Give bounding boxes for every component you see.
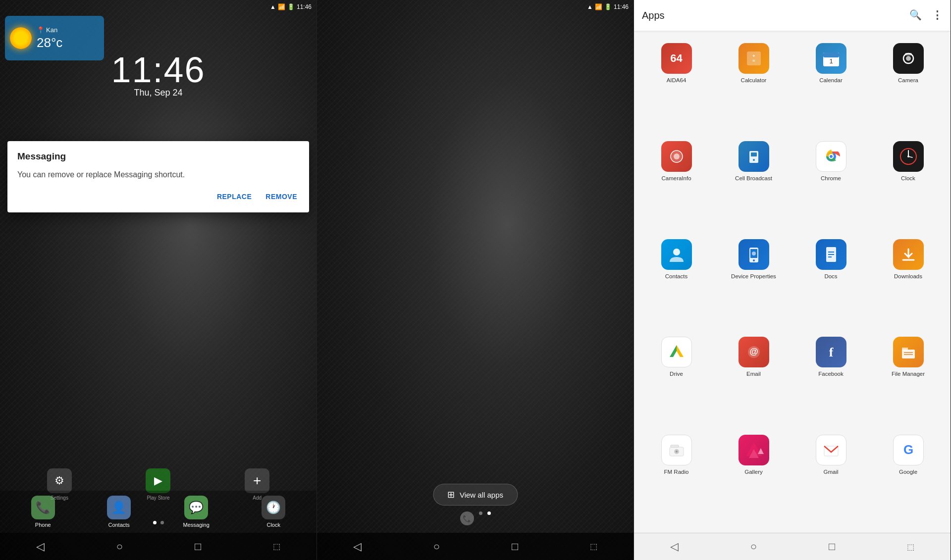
home-btn-s1[interactable]: ○ [112, 536, 127, 557]
status-bar-s2: ▲ 📶 🔋 11:46 [317, 0, 634, 14]
app-label-docs: Docs [824, 273, 837, 280]
recents-btn-s2[interactable]: □ [508, 536, 522, 557]
back-btn-s3[interactable]: ◁ [666, 536, 683, 557]
app-label-google: Google [899, 468, 917, 476]
svg-rect-12 [751, 153, 757, 156]
more-icon[interactable]: ⋮ [932, 9, 943, 22]
app-icon-deviceprops [739, 239, 769, 270]
app-icon-fmradio [661, 435, 692, 465]
search-icon[interactable]: 🔍 [909, 9, 922, 22]
app-icon-calendar: 1 [816, 43, 846, 74]
app-gmail[interactable]: Gmail [793, 430, 868, 525]
app-icon-camera [893, 43, 924, 74]
svg-point-17 [830, 155, 833, 158]
app-label-deviceprops: Device Properties [731, 273, 776, 280]
replace-button[interactable]: REPLACE [215, 190, 254, 204]
app-label-cellbroadcast: Cell Broadcast [735, 175, 772, 182]
app-label-drive: Drive [670, 370, 683, 378]
app-icon-cellbroadcast [739, 141, 769, 172]
svg-text:@: @ [749, 347, 758, 356]
status-icons-s1: ▲ 📶 🔋 11:46 [270, 3, 312, 10]
svg-point-7 [906, 56, 911, 61]
back-btn-s1[interactable]: ◁ [32, 536, 49, 557]
app-facebook[interactable]: f Facebook [793, 332, 868, 427]
menu-btn-s1[interactable]: ⬚ [269, 538, 284, 555]
location-pin-icon: 📍 [37, 26, 45, 34]
svg-text:+: + [752, 53, 755, 58]
svg-point-45 [676, 451, 678, 453]
app-icon-chrome [816, 141, 846, 172]
settings-icon: ⚙ [47, 468, 72, 493]
app-camera[interactable]: Camera [871, 38, 946, 134]
app-filemanager[interactable]: File Manager [871, 332, 946, 427]
menu-btn-s3[interactable]: ⬚ [903, 538, 918, 556]
app-label-gallery: Gallery [744, 468, 762, 476]
home-btn-s3[interactable]: ○ [746, 536, 761, 557]
app-icon-camerainfo [661, 141, 692, 172]
screen3: ▲ 📶 🔋 11:46 Apps 🔍 ⋮ 64 AIDA64 += Calcul… [634, 0, 951, 560]
recents-btn-s1[interactable]: □ [191, 536, 205, 557]
dialog-message: You can remove or replace Messaging shor… [17, 169, 299, 181]
menu-btn-s2[interactable]: ⬚ [586, 538, 601, 555]
time-s2: 11:46 [614, 3, 629, 10]
clock-date: Thu, Sep 24 [0, 88, 317, 98]
signal-icon: 📶 [278, 3, 285, 10]
app-downloads[interactable]: Downloads [871, 234, 946, 330]
home-btn-s2[interactable]: ○ [429, 536, 444, 557]
app-icon-downloads [893, 239, 924, 270]
header-icons: 🔍 ⋮ [909, 9, 943, 22]
weather-widget[interactable]: 📍 Kan 28°c [5, 16, 104, 60]
app-aida64[interactable]: 64 AIDA64 [639, 38, 714, 134]
app-drive[interactable]: Drive [639, 332, 714, 427]
dock-messaging-icon: 💬 [184, 496, 208, 519]
app-email[interactable]: @ Email [716, 332, 791, 427]
svg-text:=: = [752, 58, 755, 63]
app-icon-gmail [816, 435, 846, 465]
app-contacts[interactable]: Contacts [639, 234, 714, 330]
app-label-clock: Clock [901, 175, 915, 182]
view-all-apps-btn[interactable]: ⊞ View all apps [433, 484, 518, 506]
app-icon-clock [893, 141, 924, 172]
weather-sun-icon [10, 27, 32, 49]
svg-rect-4 [823, 52, 839, 57]
status-bar-s1: ▲ 📶 🔋 11:46 [0, 0, 317, 14]
svg-point-10 [674, 153, 680, 159]
apps-grid: 64 AIDA64 += Calculator 1 Calendar Camer… [634, 31, 951, 533]
recents-btn-s3[interactable]: □ [825, 536, 839, 557]
app-calendar[interactable]: 1 Calendar [793, 38, 868, 134]
app-label-email: Email [746, 370, 761, 378]
screen1: ▲ 📶 🔋 11:46 📍 Kan 28°c 11:46 Thu, Sep 24… [0, 0, 317, 560]
app-chrome[interactable]: Chrome [793, 136, 868, 232]
remove-button[interactable]: REMOVE [264, 190, 299, 204]
app-cellbroadcast[interactable]: Cell Broadcast [716, 136, 791, 232]
app-google[interactable]: G Google [871, 430, 946, 525]
weather-location: 📍 Kan [37, 26, 62, 34]
svg-point-26 [752, 252, 756, 255]
app-label-chrome: Chrome [821, 175, 841, 182]
app-docs[interactable]: Docs [793, 234, 868, 330]
app-icon-gallery [739, 435, 769, 465]
dot-1 [153, 521, 157, 524]
nav-bar-s1: ◁ ○ □ ⬚ [0, 533, 317, 560]
app-icon-filemanager [893, 337, 924, 367]
messaging-dialog: Messaging You can remove or replace Mess… [7, 141, 309, 212]
svg-line-21 [908, 156, 912, 157]
app-camerainfo[interactable]: CameraInfo [639, 136, 714, 232]
app-fmradio[interactable]: FM Radio [639, 430, 714, 525]
app-deviceprops[interactable]: Device Properties [716, 234, 791, 330]
back-btn-s2[interactable]: ◁ [349, 536, 366, 557]
apps-header: Apps 🔍 ⋮ [634, 0, 951, 31]
dock-contacts-icon: 👤 [107, 496, 131, 519]
app-label-downloads: Downloads [894, 273, 922, 280]
svg-point-22 [673, 249, 680, 255]
app-calculator[interactable]: += Calculator [716, 38, 791, 134]
app-gallery[interactable]: Gallery [716, 430, 791, 525]
add-icon: + [245, 468, 269, 493]
app-clock[interactable]: Clock [871, 136, 946, 232]
dock-phone-icon: 📞 [31, 496, 55, 519]
view-all-apps-label: View all apps [460, 491, 503, 499]
dot-2 [160, 521, 164, 524]
playstore-icon: ▶ [146, 468, 170, 493]
app-icon-drive [661, 337, 692, 367]
dialog-buttons: REPLACE REMOVE [17, 190, 299, 207]
